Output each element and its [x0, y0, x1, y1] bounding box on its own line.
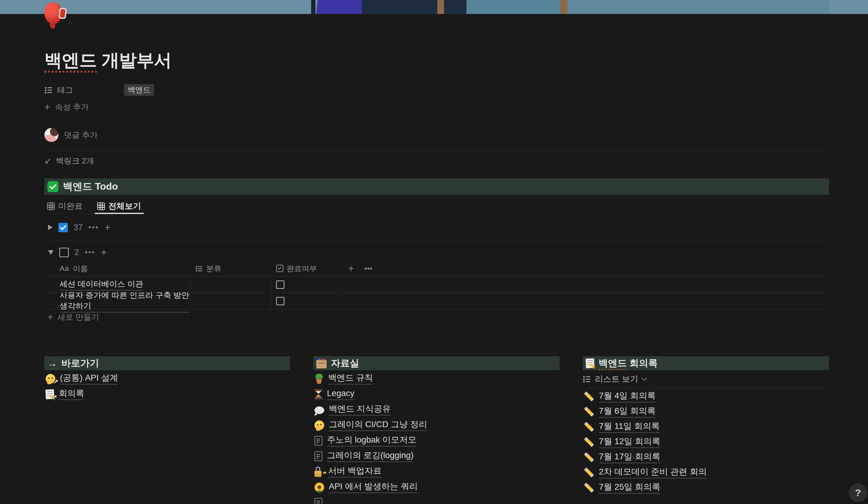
more-options-icon[interactable]: •••	[85, 248, 95, 256]
group-checkbox-unchecked[interactable]	[59, 248, 69, 257]
user-avatar	[44, 128, 59, 142]
table-header-actions: + •••	[342, 264, 829, 273]
page-link-item[interactable]: 7월 17일 회의록	[583, 450, 829, 465]
cell-done[interactable]	[271, 293, 342, 309]
minutes-heading-label: 백엔드 회의록	[599, 357, 658, 370]
page-link-item[interactable]: 그레이의 로깅(logging)	[313, 448, 560, 464]
chevron-down-icon	[641, 375, 647, 381]
row-checkbox-unchecked[interactable]	[276, 297, 285, 305]
page-link-item[interactable]: 7월 6일 회의록	[583, 404, 829, 419]
page-emoji-icon	[314, 482, 324, 492]
cell-name[interactable]: 사용자 증가에 따른 인프라 구축 방안 생각하기	[44, 293, 190, 309]
check-mark-button-icon	[48, 181, 59, 192]
page-link-label: 회의록	[59, 388, 84, 400]
checkbox-icon	[276, 265, 283, 272]
page-link-item[interactable]: 백엔드 지식공유	[313, 402, 560, 417]
cell-category[interactable]	[190, 277, 271, 293]
toggle-expanded-icon[interactable]	[48, 250, 53, 255]
page-link-icon-wrap	[584, 391, 594, 401]
cell-done[interactable]	[271, 277, 342, 293]
add-column-icon[interactable]: +	[348, 265, 354, 272]
view-selector-label: 리스트 보기	[595, 374, 638, 385]
backlinks-toggle[interactable]: ↙ 백링크 2개	[44, 155, 829, 167]
page-emoji-icon	[584, 467, 594, 477]
row-checkbox-unchecked[interactable]	[276, 281, 285, 289]
view-tab-label: 미완료	[58, 201, 83, 212]
page-link-item[interactable]: 7월 11일 회의록	[583, 419, 829, 434]
table-row: 사용자 증가에 따른 인프라 구축 방안 생각하기	[44, 293, 829, 309]
page-link-item[interactable]: 7월 12일 회의록	[583, 434, 829, 450]
page-title[interactable]: 백엔드 개발부서	[44, 0, 829, 71]
comment-input-row[interactable]: 댓글 추가	[44, 127, 829, 143]
add-property-label: 속성 추가	[55, 102, 89, 113]
page-link-item[interactable]: ↗ 회의록	[44, 386, 290, 402]
notion-page: 백엔드 개발부서 태그 백엔드 + 속성 추가 댓글 추가 ↙ 백링크 2개	[0, 0, 868, 504]
view-selector[interactable]: 리스트 보기	[583, 370, 829, 388]
column-header-category[interactable]: 분류	[190, 264, 271, 274]
page-emoji-icon	[584, 422, 594, 432]
bulleted-list-icon	[44, 86, 53, 94]
memo-icon	[586, 358, 595, 368]
page-link-item[interactable]: 7월 4일 회의록	[583, 389, 829, 404]
cell-extra	[342, 293, 829, 309]
page-link-label: (공통) API 설계	[60, 373, 118, 385]
table-view-icon	[47, 202, 55, 210]
property-row-tags[interactable]: 태그 백엔드	[44, 84, 829, 96]
column-label: 분류	[206, 264, 221, 274]
add-row-icon[interactable]: +	[101, 249, 107, 255]
todo-group-unchecked: 2 ••• +	[44, 244, 829, 261]
add-row-icon[interactable]: +	[105, 224, 111, 230]
library-heading[interactable]: 자료실	[313, 356, 560, 370]
page-emoji-icon	[314, 436, 322, 445]
property-key: 태그	[44, 85, 124, 95]
view-tab[interactable]: 전체보기	[95, 199, 144, 214]
link-arrow-overlay-icon: ↗	[52, 393, 57, 401]
page-link-icon-wrap	[584, 482, 594, 493]
page-link-item[interactable]: API 에서 발생하는 쿼리	[313, 479, 560, 495]
column-header-name[interactable]: Aa 이름	[44, 264, 190, 274]
tag-chip[interactable]: 백엔드	[124, 84, 154, 96]
cell-category[interactable]	[190, 293, 271, 309]
column-label: 이름	[73, 264, 88, 274]
page-link-item[interactable]: 서버 백업자료	[313, 464, 560, 479]
help-button[interactable]: ?	[848, 483, 867, 502]
page-link-item[interactable]	[313, 495, 560, 504]
more-options-icon[interactable]: •••	[89, 223, 99, 232]
page-link-item[interactable]: 그레이의 CI/CD 그냥 정리	[313, 417, 560, 433]
row-title-link[interactable]: 사용자 증가에 따른 인프라 구축 방안 생각하기	[60, 290, 190, 313]
divider	[583, 388, 829, 388]
page-link-label: 주노의 logbak 이모저모	[327, 435, 416, 447]
group-count: 2	[74, 248, 79, 257]
new-row-label: 새로 만들기	[58, 312, 99, 323]
minutes-heading-rest: 회의록	[627, 358, 658, 368]
toggle-collapsed-icon[interactable]	[48, 225, 53, 230]
view-tab[interactable]: 미완료	[44, 199, 85, 214]
table-options-icon[interactable]: •••	[364, 264, 372, 273]
row-title-link[interactable]: 세션 데이터베이스 이관	[60, 279, 143, 291]
page-link-item[interactable]: 2차 데모데이 준비 관련 회의	[583, 465, 829, 480]
page-emoji-icon	[314, 407, 324, 414]
page-emoji-icon	[314, 420, 324, 430]
page-emoji-icon	[314, 451, 322, 461]
column-header-done[interactable]: 완료여부	[271, 264, 342, 274]
view-tabs: 미완료 전체보기	[44, 199, 829, 214]
minutes-heading[interactable]: 백엔드 회의록	[583, 356, 829, 370]
page-link-icon-wrap: ↗	[45, 374, 55, 384]
page-link-label: API 에서 발생하는 쿼리	[329, 481, 417, 493]
link-arrow-overlay-icon: ↗	[53, 378, 59, 386]
add-property-button[interactable]: + 속성 추가	[44, 101, 829, 113]
page-link-item[interactable]: 7월 25일 회의록	[583, 480, 829, 495]
group-checkbox-checked[interactable]	[59, 223, 68, 232]
page-link-item[interactable]: 주노의 logbak 이모저모	[313, 433, 560, 448]
page-link-item[interactable]: 백엔드 규칙	[313, 371, 560, 386]
shortcuts-heading[interactable]: → 바로가기	[44, 356, 290, 370]
text-type-icon: Aa	[60, 264, 69, 273]
page-link-item[interactable]: ↗ (공통) API 설계	[44, 371, 290, 386]
table-header-row: Aa 이름 분류 완료여부 + •••	[44, 261, 829, 277]
todo-heading[interactable]: 백엔드 Todo	[44, 178, 829, 195]
page-emoji-icon	[314, 374, 323, 384]
page-link-item[interactable]: Legacy	[313, 386, 560, 402]
minutes-heading-word: 백엔드	[599, 358, 627, 370]
page-title-word: 백엔드	[44, 50, 97, 73]
page-link-label: 7월 6일 회의록	[599, 406, 656, 418]
